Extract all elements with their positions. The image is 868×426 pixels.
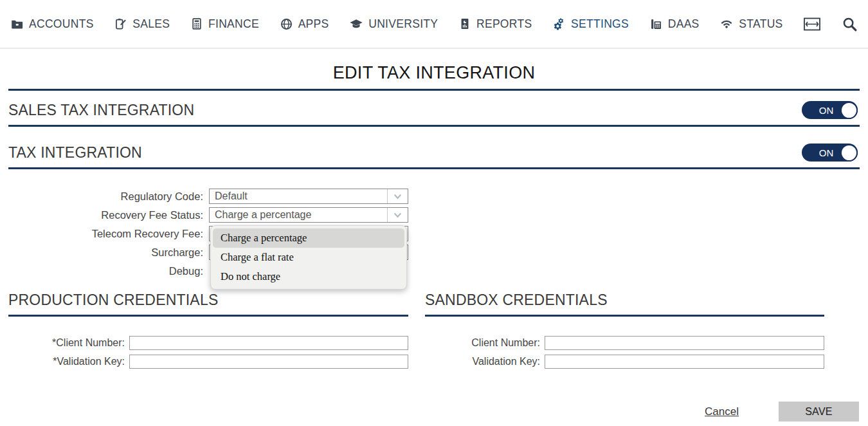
toggle-knob <box>840 102 858 119</box>
nav-item-label: UNIVERSITY <box>368 17 438 31</box>
cancel-link[interactable]: Cancel <box>705 405 739 418</box>
clipboard-pencil-icon <box>114 17 127 31</box>
nav-item-accounts[interactable]: ACCOUNTS <box>10 17 94 31</box>
sandbox-client-number-input[interactable] <box>545 336 824 350</box>
production-validation-key-row: *Validation Key: <box>8 355 408 369</box>
nav-item-status[interactable]: STATUS <box>719 17 782 31</box>
form-actions: Cancel SAVE <box>8 402 860 421</box>
sandbox-validation-key-input[interactable] <box>545 355 824 369</box>
section-divider <box>425 315 824 317</box>
dropdown-option-do-not-charge[interactable]: Do not charge <box>213 267 404 286</box>
section-title: SALES TAX INTEGRATION <box>8 102 860 119</box>
sandbox-validation-key-row: Validation Key: <box>425 355 824 369</box>
telecom-recovery-fee-label: Telecom Recovery Fee: <box>8 228 209 240</box>
regulatory-code-select[interactable]: Default <box>209 189 408 204</box>
toggle-on-label: ON <box>802 105 840 116</box>
chevron-down-icon <box>387 208 408 222</box>
nav-item-settings[interactable]: SETTINGS <box>552 17 629 31</box>
tax-integration-form: Regulatory Code: Default Recovery Fee St… <box>8 189 458 279</box>
toggle-knob <box>840 144 858 162</box>
section-sales-tax-integration: SALES TAX INTEGRATION ON <box>8 102 860 127</box>
search-icon[interactable] <box>842 16 858 32</box>
nav-item-daas[interactable]: DAAS <box>649 17 700 31</box>
production-client-number-input[interactable] <box>129 336 408 350</box>
sandbox-credentials-title: SANDBOX CREDENTIALS <box>425 292 824 309</box>
nav-item-sales[interactable]: SALES <box>114 17 170 31</box>
debug-label: Debug: <box>8 265 209 277</box>
recovery-fee-status-dropdown: Charge a percentage Charge a flat rate D… <box>210 225 407 290</box>
nav-item-university[interactable]: UNIVERSITY <box>349 17 438 31</box>
production-credentials-title: PRODUCTION CREDENTIALS <box>8 292 408 309</box>
expand-icon[interactable] <box>803 16 821 32</box>
section-divider <box>8 315 408 317</box>
regulatory-code-row: Regulatory Code: Default <box>8 189 458 204</box>
recovery-fee-status-row: Recovery Fee Status: Charge a percentage <box>8 207 458 223</box>
production-validation-key-input[interactable] <box>129 355 408 369</box>
nav-item-label: STATUS <box>739 17 782 31</box>
nav-item-apps[interactable]: APPS <box>280 17 329 31</box>
credentials-columns: PRODUCTION CREDENTIALS *Client Number: *… <box>8 292 860 373</box>
sales-tax-integration-toggle[interactable]: ON <box>802 101 858 119</box>
section-title: TAX INTEGRATION <box>8 144 860 162</box>
main-content: EDIT TAX INTEGRATION SALES TAX INTEGRATI… <box>0 63 868 421</box>
regulatory-code-label: Regulatory Code: <box>8 190 209 203</box>
wifi-icon <box>719 17 734 31</box>
title-divider <box>8 89 860 91</box>
selected-value: Charge a percentage <box>210 209 387 221</box>
fax-icon <box>649 17 663 31</box>
section-tax-integration: TAX INTEGRATION ON <box>8 144 860 169</box>
nav-item-finance[interactable]: FINANCE <box>190 17 259 31</box>
nav-item-label: SETTINGS <box>571 17 629 31</box>
graduation-cap-icon <box>349 17 363 31</box>
calculator-icon <box>190 17 203 30</box>
sandbox-client-number-label: Client Number: <box>425 337 545 349</box>
chevron-down-icon <box>387 189 408 203</box>
nav-item-reports[interactable]: REPORTS <box>458 17 532 31</box>
gears-icon <box>552 17 566 31</box>
production-validation-key-label: *Validation Key: <box>8 356 129 367</box>
dropdown-option-charge-a-percentage[interactable]: Charge a percentage <box>213 228 404 248</box>
sandbox-validation-key-label: Validation Key: <box>425 356 545 367</box>
surcharge-label: Surcharge: <box>8 246 209 259</box>
toggle-on-label: ON <box>802 147 840 158</box>
report-icon <box>458 17 471 30</box>
production-credentials-section: PRODUCTION CREDENTIALS *Client Number: *… <box>8 292 408 373</box>
top-nav: ACCOUNTS SALES FINANCE APPS UNIVERSITY R… <box>0 0 868 49</box>
nav-item-label: SALES <box>132 17 170 31</box>
production-client-number-label: *Client Number: <box>8 337 129 349</box>
tax-integration-toggle[interactable]: ON <box>802 144 858 162</box>
sandbox-client-number-row: Client Number: <box>425 336 824 350</box>
production-client-number-row: *Client Number: <box>8 336 408 350</box>
sandbox-credentials-section: SANDBOX CREDENTIALS Client Number: Valid… <box>425 292 824 373</box>
nav-item-label: APPS <box>298 17 329 31</box>
globe-icon <box>280 17 293 31</box>
nav-item-label: REPORTS <box>476 17 532 31</box>
selected-value: Default <box>210 190 387 202</box>
folder-icon <box>10 17 24 31</box>
dropdown-option-charge-a-flat-rate[interactable]: Charge a flat rate <box>213 248 404 267</box>
recovery-fee-status-label: Recovery Fee Status: <box>8 209 209 221</box>
nav-item-label: ACCOUNTS <box>29 17 94 31</box>
page-title: EDIT TAX INTEGRATION <box>8 63 860 83</box>
save-button[interactable]: SAVE <box>779 402 859 421</box>
nav-item-label: DAAS <box>668 17 700 31</box>
nav-item-label: FINANCE <box>208 17 259 31</box>
recovery-fee-status-select[interactable]: Charge a percentage <box>209 207 408 223</box>
